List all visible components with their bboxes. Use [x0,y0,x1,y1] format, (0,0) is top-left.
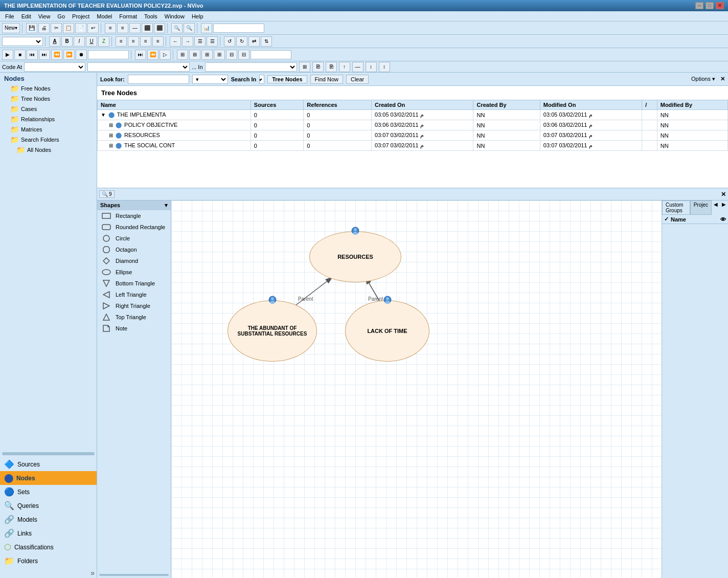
close-button[interactable]: ✕ [716,2,724,9]
shape-item-left-triangle[interactable]: Left Triangle [97,289,171,300]
playback-pos[interactable] [88,50,129,59]
grid-btn-6[interactable]: ⊟ [238,50,249,60]
prev-btn[interactable]: ⏮ [27,50,38,60]
codeat-btn-4[interactable]: ↑ [339,62,350,72]
tri-btn[interactable]: ▷ [160,50,171,60]
search-input[interactable] [128,75,189,84]
codeat-select2[interactable] [87,62,190,72]
sidebar-expand-btn[interactable]: » [0,568,97,578]
codeat-btn-1[interactable]: ⊞ [299,62,310,72]
menu-project[interactable]: Project [69,12,93,20]
menu-tools[interactable]: Tools [141,12,161,20]
tb-btn-4[interactable]: ⬛ [142,23,153,33]
shape-item-ellipse[interactable]: Ellipse [97,266,171,278]
menu-edit[interactable]: Edit [18,12,34,20]
find-now-button[interactable]: Find Now [310,75,343,84]
cut-button[interactable]: ✂ [51,23,62,33]
sidebar-nav-nodes[interactable]: ⬤ Nodes [0,471,97,485]
tb-btn-2[interactable]: ≡ [117,23,128,33]
codeat-btn-5[interactable]: — [352,62,363,72]
tb-btn-3[interactable]: — [129,23,141,33]
list-btn[interactable]: ☰ [194,36,206,47]
play-combo2[interactable] [251,50,291,59]
tb-btn-6[interactable]: 🔍 [171,23,183,33]
maximize-button[interactable]: □ [706,2,714,9]
grid-btn-2[interactable]: ⊞ [189,50,200,60]
style-btn-2[interactable]: ↻ [236,36,247,47]
codeat-btn-2[interactable]: 🖹 [312,62,324,72]
paste-button[interactable]: 📄 [75,23,86,33]
indent-inc-btn[interactable]: → [182,36,193,47]
play-btn[interactable]: ▶ [2,50,13,60]
tab-project[interactable]: Projec [690,201,712,215]
options-button[interactable]: Options ▾ [691,76,715,82]
save-button[interactable]: 💾 [26,23,37,33]
sidebar-item-free-nodes[interactable]: 📁 Free Nodes [0,83,97,94]
undo-button[interactable]: ↩ [87,23,99,33]
ff-btn[interactable]: ⏭ [135,50,146,60]
grid-btn-5[interactable]: ⊟ [226,50,237,60]
shape-item-octagon[interactable]: Octagon [97,244,171,255]
tb-btn-7[interactable]: 🔍 [184,23,195,33]
shape-item-right-triangle[interactable]: Right Triangle [97,300,171,312]
rew-btn[interactable]: ⏪ [147,50,158,60]
sidebar-nav-queries[interactable]: 🔍 Queries [0,499,97,513]
bold-button[interactable]: B [61,36,73,47]
shape-item-circle[interactable]: Circle [97,233,171,244]
menu-format[interactable]: Format [116,12,140,20]
node-resources[interactable]: RESOURCES [309,231,401,282]
rec-btn[interactable]: ⏺ [76,50,87,60]
table-row[interactable]: ⊞ ⬤ POLICY OBJECTIVE 0 0 م 03/02/2011 03… [98,120,728,130]
sidebar-item-matrices[interactable]: 📁 Matrices [0,124,97,135]
shape-item-bottom-triangle[interactable]: Bottom Triangle [97,278,171,289]
text-underline-btn[interactable]: A [49,36,60,47]
menu-view[interactable]: View [35,12,54,20]
table-row[interactable]: ▼ ⬤ THE IMPLEMENTA 0 0 م 03/02/2011 03:0… [98,110,728,120]
close-search-button[interactable]: ✕ [720,76,725,82]
menu-go[interactable]: Go [54,12,68,20]
copy-button[interactable]: 📋 [63,23,74,33]
underline-button[interactable]: U [86,36,97,47]
sidebar-item-relationships[interactable]: 📁 Relationships [0,114,97,124]
menu-model[interactable]: Model [94,12,115,20]
shapes-collapse-btn[interactable]: ▾ [165,202,168,209]
style-btn-4[interactable]: ⇅ [261,36,272,47]
sidebar-item-tree-nodes[interactable]: 📁 Tree Nodes [0,94,97,104]
align-center-btn[interactable]: ≡ [128,36,139,47]
tab-custom-groups[interactable]: Custom Groups [662,201,690,215]
new-button[interactable]: New ▾ [2,23,20,33]
style-btn-1[interactable]: ↺ [224,36,235,47]
prev2-btn[interactable]: ⏪ [51,50,62,60]
shape-item-rounded-rect[interactable]: Rounded Rectangle [97,221,171,233]
shape-item-rectangle[interactable]: Rectangle [97,210,171,221]
codeat-btn-6[interactable]: ↕ [366,62,377,72]
align-justify-btn[interactable]: ≡ [152,36,164,47]
diagram-search-box[interactable]: 🔍 9 [99,190,115,198]
sidebar-nav-sources[interactable]: 🔷 Sources [0,457,97,471]
style-btn-3[interactable]: ⇄ [248,36,260,47]
codeat-btn-7[interactable]: ↕ [379,62,390,72]
sidebar-nav-sets[interactable]: 🔵 Sets [0,485,97,499]
node-lacktime[interactable]: LACK OF TIME [345,300,429,362]
sidebar-item-search-folders[interactable]: 📁 Search Folders [0,135,97,145]
node-abundant[interactable]: THE ABUNDANT OF SUBSTANTIAL RESOURCES [228,300,317,362]
menu-file[interactable]: File [2,12,17,20]
menu-help[interactable]: Help [189,12,207,20]
align-right-btn[interactable]: ≡ [140,36,151,47]
tab-left-btn[interactable]: ◀ [712,201,720,215]
search-dropdown[interactable]: ▾ [192,75,228,84]
align-left-btn[interactable]: ≡ [116,36,127,47]
canvas-area[interactable]: Parent Parent RESOURCES [171,201,662,578]
codeat-select[interactable] [24,62,85,72]
grid-btn-4[interactable]: ⊞ [214,50,225,60]
italic-button[interactable]: I [74,36,85,47]
codeat-btn-3[interactable]: 🖹 [326,62,337,72]
table-row[interactable]: ⊞ ⬤ THE SOCIAL CONT 0 0 م 03/02/2011 03:… [98,141,728,151]
sidebar-item-all-nodes[interactable]: 📁 All Nodes [0,145,97,155]
tb-btn-1[interactable]: ≡ [105,23,116,33]
font-family-select[interactable] [2,37,43,46]
sidebar-nav-folders[interactable]: 📁 Folders [0,554,97,568]
minimize-button[interactable]: ─ [695,2,703,9]
grid-btn-3[interactable]: ⊞ [201,50,213,60]
toolbar-combo-1[interactable] [213,24,264,33]
